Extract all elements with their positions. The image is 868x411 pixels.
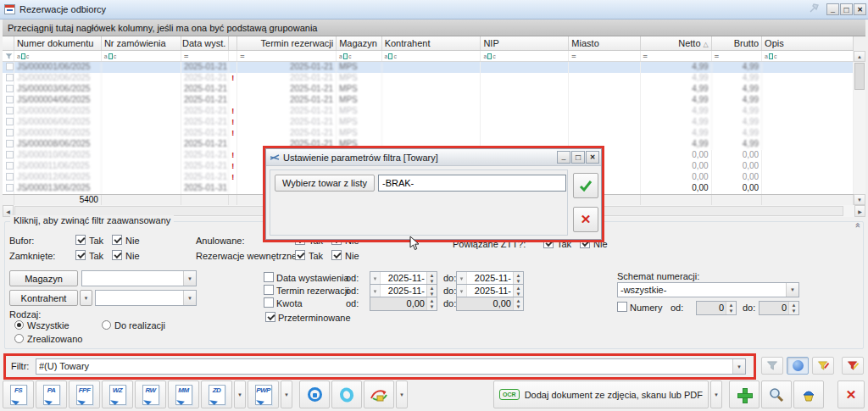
dialog-close-button[interactable] [586, 151, 599, 164]
calendar-dropdown-icon[interactable] [370, 285, 381, 297]
filter-edit-button[interactable] [812, 357, 834, 375]
table-row[interactable]: JS/000007/06/20252025-01-21!2025-01-21MP… [3, 128, 854, 139]
table-row[interactable]: JS/000006/06/20252025-01-21!2025-01-21MP… [3, 117, 854, 128]
row-checkbox[interactable] [6, 107, 14, 114]
row-checkbox[interactable] [6, 129, 14, 136]
add-button[interactable] [729, 380, 760, 408]
pwp-dropdown-button[interactable] [281, 380, 292, 408]
schemat-numeracji-combo[interactable]: -wszystkie- [617, 282, 799, 297]
table-row[interactable]: JS/000003/06/20252025-01-212025-01-21MPS… [3, 84, 854, 95]
header-brutto[interactable]: Brutto [712, 36, 762, 50]
close-window-button[interactable]: ✕ [837, 380, 865, 408]
create-fpf-button[interactable]: FPF [69, 380, 100, 408]
rodzaj-do-realizacji-radio[interactable] [102, 320, 111, 330]
row-checkbox[interactable] [6, 140, 14, 147]
chevron-down-icon[interactable] [183, 271, 196, 286]
row-checkbox[interactable] [6, 184, 14, 192]
create-fs-button[interactable]: FS [3, 380, 34, 408]
filter-funnel-icon[interactable] [3, 51, 14, 61]
przeterminowane-checkbox[interactable] [265, 312, 275, 322]
collapse-panel-icon[interactable] [854, 220, 860, 230]
filter-active-button[interactable] [787, 357, 809, 375]
row-checkbox[interactable] [6, 151, 14, 158]
ocr-dropdown-button[interactable] [710, 380, 722, 408]
spinner[interactable] [513, 272, 523, 285]
header-netto[interactable]: Netto [641, 36, 712, 50]
filter-cell-nip[interactable] [481, 51, 569, 61]
filtr-combo[interactable]: #(U) Towary [36, 358, 746, 375]
zamkniete-tak-checkbox[interactable] [75, 250, 86, 260]
calendar-dropdown-icon[interactable] [457, 272, 467, 285]
filter-cell-termin[interactable] [237, 51, 337, 61]
spinner[interactable] [788, 302, 798, 314]
filter-cell-netto[interactable] [641, 51, 712, 61]
filter-cell-data[interactable] [181, 51, 229, 61]
minimize-button[interactable] [826, 3, 839, 15]
row-checkbox[interactable] [6, 173, 14, 181]
row-checkbox[interactable] [6, 118, 14, 125]
group-by-panel[interactable]: Przeciągnij tutaj nagłówek kolumny, jeśl… [3, 19, 865, 36]
row-checkbox[interactable] [6, 63, 14, 70]
row-checkbox[interactable] [6, 74, 14, 81]
kontrahent-button[interactable]: Kontrahent [9, 290, 78, 306]
scroll-up-button[interactable] [854, 51, 865, 62]
kwota-do-field[interactable]: 0,00 [456, 297, 524, 311]
dialog-ok-button[interactable] [573, 173, 598, 198]
magazyn-combo[interactable] [81, 270, 197, 286]
bufor-tak-checkbox[interactable] [75, 235, 86, 245]
filter-cell-brutto[interactable] [712, 51, 762, 61]
spinner[interactable] [513, 297, 523, 310]
dialog-title-bar[interactable]: Ustawienie parametrów filtra [Towary] [266, 149, 601, 166]
filter-cell-miasto[interactable] [569, 51, 640, 61]
spinner[interactable] [726, 302, 736, 314]
filter-cell-kontrahent[interactable] [382, 51, 481, 61]
chevron-down-icon[interactable] [732, 359, 745, 374]
ocr-add-document-button[interactable]: OCR Dodaj dokument ze zdjęcia, skanu lub… [493, 380, 709, 408]
chevron-down-icon[interactable] [786, 283, 798, 297]
numery-checkbox[interactable] [617, 302, 627, 312]
zd-dropdown-button[interactable] [234, 380, 246, 408]
rezerwacje-nie-checkbox[interactable] [331, 250, 342, 260]
dialog-minimize-button[interactable] [557, 151, 570, 164]
transfer-button[interactable] [364, 380, 394, 408]
item-value-input[interactable] [378, 175, 566, 192]
rezerwacje-tak-checkbox[interactable] [295, 250, 305, 260]
numery-do-field[interactable]: 0 [759, 301, 799, 315]
filter-remove-button[interactable] [842, 357, 864, 375]
choose-item-button[interactable]: Wybierz towar z listy [275, 175, 375, 192]
kwota-od-field[interactable]: 0,00 [370, 297, 437, 311]
table-row[interactable]: JS/000002/06/20252025-01-21!2025-01-21MP… [3, 73, 854, 84]
calendar-dropdown-icon[interactable] [370, 272, 381, 285]
create-rw-button[interactable]: RW [135, 380, 166, 408]
maximize-button[interactable] [840, 3, 853, 15]
kontrahent-combo[interactable] [95, 290, 197, 306]
header-numer-dokumentu[interactable]: Numer dokumentu [14, 36, 102, 50]
release-reservation-button[interactable] [331, 380, 362, 408]
bufor-nie-checkbox[interactable] [112, 235, 122, 245]
filter-cell-numer[interactable] [14, 51, 102, 61]
kontrahent-dropdown-button[interactable] [80, 290, 92, 306]
header-nr-zamowienia[interactable]: Nr zamówienia [102, 36, 181, 50]
rodzaj-wszystkie-radio[interactable] [14, 320, 24, 330]
magazyn-button[interactable]: Magazyn [9, 270, 78, 286]
create-pa-button[interactable]: PA [36, 380, 67, 408]
create-mm-button[interactable]: MM [168, 380, 199, 408]
scroll-down-button[interactable] [854, 194, 865, 205]
pin-icon[interactable] [809, 3, 819, 14]
header-magazyn[interactable]: Magazyn [337, 36, 381, 50]
header-miasto[interactable]: Miasto [569, 36, 640, 50]
filter-cell-opis[interactable] [762, 51, 854, 61]
spinner[interactable] [426, 285, 437, 297]
create-zd-button[interactable]: ZD [201, 380, 232, 408]
vertical-scrollbar[interactable] [854, 51, 865, 205]
spinner[interactable] [513, 285, 523, 297]
advanced-filter-toggle[interactable]: Kliknij, aby zwinąć filtr zaawansowany [10, 215, 174, 225]
header-data-wyst[interactable]: Data wyst. [181, 36, 229, 50]
row-checkbox[interactable] [6, 162, 14, 169]
termin-rezerwacji-checkbox[interactable] [264, 285, 274, 295]
filter-cell-nrzam[interactable] [102, 51, 181, 61]
kwota-checkbox[interactable] [264, 297, 274, 308]
close-button[interactable] [854, 3, 866, 15]
details-button[interactable] [761, 380, 792, 408]
table-row[interactable]: JS/000004/06/20252025-01-212025-01-21MPS… [3, 95, 854, 106]
